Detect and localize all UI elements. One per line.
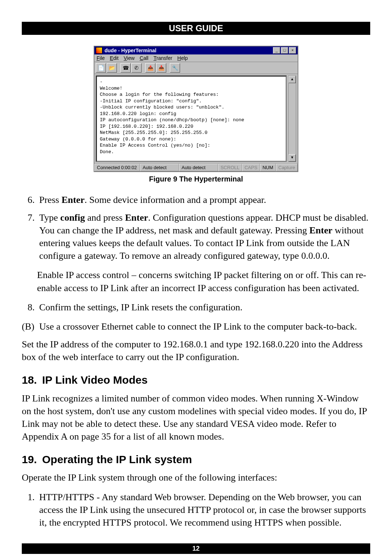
scroll-up-icon[interactable]: ▲ <box>289 76 296 83</box>
status-caps: CAPS <box>242 164 260 171</box>
bold: Enter <box>125 212 148 223</box>
statusbar: Connected 0:00:02 Auto detect Auto detec… <box>94 163 298 171</box>
close-button[interactable]: × <box>289 47 296 54</box>
step-7: Type config and press Enter. Configurati… <box>37 211 370 262</box>
new-doc-icon[interactable]: 📄 <box>96 63 106 73</box>
text: Press <box>39 195 61 205</box>
connect-icon[interactable]: ☎ <box>121 63 131 73</box>
disconnect-icon[interactable]: ✆ <box>131 63 142 73</box>
section-19-list: HTTP/HTTPS - Any standard Web browser. D… <box>22 491 370 529</box>
app-icon <box>96 47 102 54</box>
menubar: File Edit View Call Transfer Help <box>94 54 298 62</box>
scroll-down-icon[interactable]: ▼ <box>289 154 296 162</box>
open-icon[interactable]: 📂 <box>107 63 117 73</box>
menu-transfer[interactable]: Transfer <box>154 55 172 61</box>
step-6: Press Enter. Some device information and… <box>37 193 370 206</box>
text: and press <box>85 212 125 223</box>
window-buttons: _ □ × <box>273 47 296 54</box>
menu-help[interactable]: Help <box>177 55 188 61</box>
status-detect1: Auto detect <box>140 164 179 171</box>
status-detect2: Auto detect <box>179 164 218 171</box>
steps-list-cont: Confirm the settings, IP Link resets the… <box>22 301 370 314</box>
status-connected: Connected 0:00:02 <box>94 164 140 171</box>
body-text: Press Enter. Some device information and… <box>22 193 370 529</box>
status-capture: Capture <box>276 164 298 171</box>
bold: config <box>60 212 85 223</box>
hyperterminal-window: dude - HyperTerminal _ □ × File Edit Vie… <box>94 46 298 172</box>
menu-view[interactable]: View <box>124 55 135 61</box>
section-19-heading: 19.Operating the IP Link system <box>22 452 370 467</box>
step-7-extra: Enable IP access control – concerns swit… <box>37 269 370 294</box>
sec-num: 19. <box>22 452 42 467</box>
step-b: (B) Use a crossover Ethernet cable to co… <box>22 320 370 333</box>
menu-call[interactable]: Call <box>140 55 148 61</box>
menu-edit[interactable]: Edit <box>110 55 119 61</box>
scrollbar[interactable]: ▲ ▼ <box>288 76 296 162</box>
status-num: NUM <box>260 164 276 171</box>
bold: Enter <box>309 225 332 236</box>
step-8: Confirm the settings, IP Link resets the… <box>37 301 370 314</box>
page: USER GUIDE dude - HyperTerminal _ □ × Fi… <box>0 0 392 555</box>
window-title: dude - HyperTerminal <box>105 48 273 53</box>
bold: Enter <box>61 195 85 205</box>
footer-bar: 12 <box>22 543 370 554</box>
section-18-body: IP Link recognizes a limited number of c… <box>22 392 370 443</box>
menu-file[interactable]: File <box>97 55 105 61</box>
receive-icon[interactable]: 📥 <box>156 63 166 73</box>
send-icon[interactable]: 📤 <box>145 63 155 73</box>
sec-title: IP Link Video Modes <box>42 374 148 386</box>
terminal-output: - Welcome! Choose a login for the follow… <box>96 76 287 162</box>
section-19-intro: Operate the IP Link system through one o… <box>22 471 370 484</box>
label-b: (B) <box>22 320 39 333</box>
text: . Some device information and a prompt a… <box>85 195 266 205</box>
sec-title: Operating the IP Link system <box>42 453 192 465</box>
after-b: Set the IP address of the computer to 19… <box>22 338 370 363</box>
sec19-item-1: HTTP/HTTPS - Any standard Web browser. D… <box>37 491 370 529</box>
text: Type <box>39 212 60 223</box>
titlebar: dude - HyperTerminal _ □ × <box>94 46 298 54</box>
steps-list: Press Enter. Some device information and… <box>22 193 370 262</box>
properties-icon[interactable]: 🔧 <box>170 63 180 73</box>
section-18-heading: 18.IP Link Video Modes <box>22 373 370 388</box>
client-area: - Welcome! Choose a login for the follow… <box>94 74 298 163</box>
header-bar: USER GUIDE <box>22 22 370 35</box>
minimize-button[interactable]: _ <box>273 47 280 54</box>
step-b-text: Use a crossover Ethernet cable to connec… <box>39 320 370 333</box>
maximize-button[interactable]: □ <box>281 47 288 54</box>
toolbar: 📄 📂 ☎ ✆ 📤 📥 🔧 <box>94 62 298 74</box>
figure-caption: Figure 9 The Hyperterminal <box>22 175 370 183</box>
sec-num: 18. <box>22 373 42 388</box>
status-scroll: SCROLL <box>218 164 242 171</box>
